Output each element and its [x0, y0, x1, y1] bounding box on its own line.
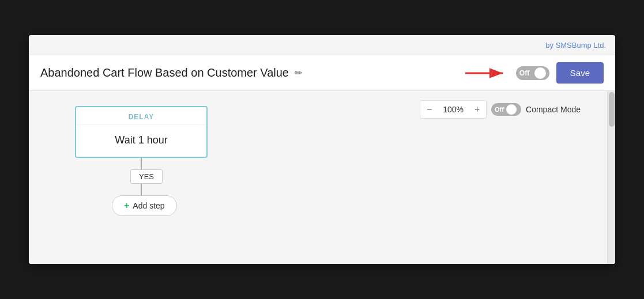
red-arrow-icon [463, 67, 509, 79]
main-window: by SMSBump Ltd. Abandoned Cart Flow Base… [29, 35, 615, 264]
header-row: Abandoned Cart Flow Based on Customer Va… [29, 55, 615, 91]
compact-mode-toggle[interactable]: Off [491, 103, 521, 116]
compact-toggle-label: Off [495, 106, 504, 113]
scrollbar[interactable] [607, 91, 615, 264]
delay-block-header: DELAY [76, 107, 206, 125]
scrollbar-thumb [609, 92, 615, 127]
delay-block-content: Wait 1 hour [76, 125, 206, 157]
header-controls: Off Save [463, 62, 604, 84]
connector-line-1 [141, 158, 142, 169]
compact-mode-container: Off Compact Mode [491, 103, 581, 116]
brand-text: by SMSBump Ltd. [545, 41, 606, 50]
zoom-out-button[interactable]: − [420, 100, 438, 119]
zoom-controls: − 100% + Off Compact Mode [420, 100, 581, 119]
compact-mode-text: Compact Mode [526, 105, 581, 114]
status-toggle[interactable]: Off [516, 66, 549, 80]
canvas-area: − 100% + Off Compact Mode DELAY Wait 1 h… [29, 91, 615, 264]
delay-block[interactable]: DELAY Wait 1 hour [75, 106, 208, 158]
toggle-circle [534, 67, 546, 79]
zoom-in-button[interactable]: + [468, 100, 487, 119]
toggle-label: Off [517, 69, 529, 77]
flow-title: Abandoned Cart Flow Based on Customer Va… [40, 66, 289, 80]
compact-toggle-circle [506, 104, 517, 115]
arrow-container [463, 67, 509, 79]
zoom-value: 100% [438, 100, 468, 119]
save-button[interactable]: Save [556, 62, 604, 84]
edit-icon[interactable]: ✏ [295, 67, 302, 78]
add-step-label: Add step [133, 201, 164, 210]
top-bar: by SMSBump Ltd. [29, 35, 615, 55]
add-step-plus-icon: + [124, 200, 129, 211]
flow-title-container: Abandoned Cart Flow Based on Customer Va… [40, 66, 302, 80]
flow-chart: DELAY Wait 1 hour YES + Add step [75, 106, 604, 216]
connector-line-2 [141, 184, 142, 195]
yes-badge: YES [130, 169, 163, 184]
add-step-button[interactable]: + Add step [112, 195, 177, 216]
